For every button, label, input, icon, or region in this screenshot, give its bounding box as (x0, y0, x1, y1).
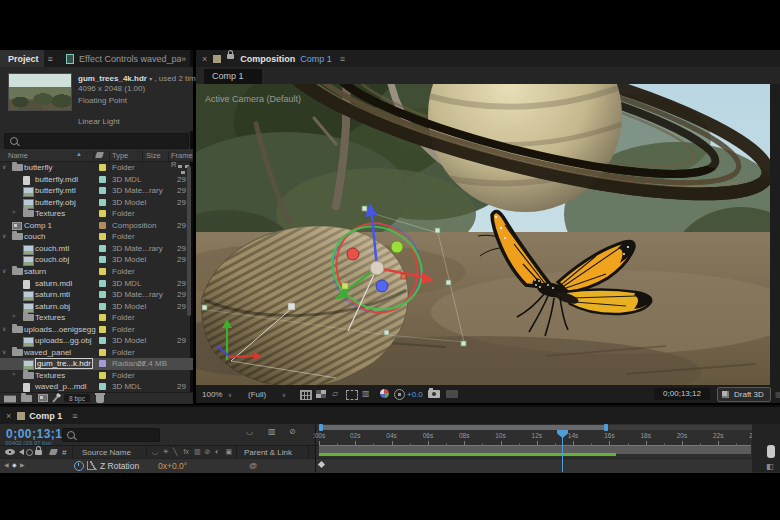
effect-controls-lock-icon[interactable] (66, 54, 74, 64)
gizmo-center-handle[interactable] (370, 261, 384, 275)
guides-icon[interactable]: ▥ (362, 389, 370, 398)
column-size[interactable]: Size (146, 151, 161, 160)
label-swatch[interactable] (99, 176, 106, 183)
project-item-row[interactable]: saturn.obj3D Model29 (0, 301, 193, 313)
vertical-scrollbar-thumb[interactable] (767, 445, 775, 458)
close-icon[interactable]: × (202, 54, 207, 64)
project-search-input[interactable] (4, 133, 189, 149)
label-swatch[interactable] (99, 360, 106, 367)
label-swatch[interactable] (99, 291, 106, 298)
comp-marker-button[interactable]: ◧ (766, 462, 774, 471)
new-composition-icon[interactable] (38, 394, 48, 402)
exposure-value[interactable]: +0.0 (407, 390, 423, 399)
gizmo-handle-red[interactable] (347, 248, 359, 260)
label-swatch[interactable] (99, 210, 106, 217)
label-swatch[interactable] (99, 222, 106, 229)
new-folder-icon[interactable] (21, 395, 32, 402)
time-ruler[interactable]: :00s02s04s06s08s10s12s14s16s18s20s22s24s (316, 430, 753, 446)
layer-number-column[interactable]: # (62, 448, 66, 457)
label-swatch[interactable] (99, 164, 106, 171)
label-swatch[interactable] (99, 337, 106, 344)
label-swatch[interactable] (99, 256, 106, 263)
label-swatch[interactable] (99, 314, 106, 321)
project-settings-icon[interactable] (52, 394, 59, 402)
motion-blur-icon[interactable]: ⊘ (205, 448, 211, 456)
project-item-row[interactable]: ∨uploads...oenigseggFolder (0, 324, 193, 336)
item-name-caret-icon[interactable]: ▾ (149, 76, 152, 82)
hide-shy-layers-icon[interactable]: ◡ (246, 427, 253, 436)
project-item-row[interactable]: >TexturesFolder (0, 370, 193, 382)
channel-icon[interactable] (380, 389, 389, 398)
label-swatch[interactable] (99, 349, 106, 356)
tab-overflow-icon[interactable]: » (181, 54, 186, 64)
project-item-row[interactable]: >TexturesFolder (0, 208, 193, 220)
column-parent-link[interactable]: Parent & Link (244, 448, 292, 457)
quality-icon[interactable]: ╲ (173, 448, 177, 456)
preview-timecode[interactable]: 0;00;13;12 (654, 388, 710, 400)
bit-depth-button[interactable]: 8 bpc (64, 394, 90, 402)
pickwhip-icon[interactable]: @ (249, 461, 257, 470)
prev-keyframe-icon[interactable]: ◀ (4, 461, 9, 468)
project-item-row[interactable]: saturn.mdl3D MDL29 (0, 278, 193, 290)
project-scrollbar[interactable] (187, 166, 191, 316)
project-item-row[interactable]: ∨butterflyFolder (0, 162, 193, 174)
sort-asc-icon[interactable]: ▲ (76, 151, 82, 157)
label-column-icon[interactable] (95, 152, 104, 158)
project-item-row[interactable]: couch.obj3D Model29 (0, 254, 193, 266)
timeline-search-input[interactable] (62, 428, 160, 442)
column-source-name[interactable]: Source Name (82, 448, 131, 457)
label-swatch[interactable] (99, 268, 106, 275)
project-item-row[interactable]: saturn.mtl3D Mate...rary29 (0, 289, 193, 301)
project-item-row[interactable]: >TexturesFolder (0, 312, 193, 324)
label-swatch[interactable] (99, 303, 106, 310)
shy-icon[interactable]: ◡ (152, 448, 158, 456)
property-name[interactable]: Z Rotation (100, 461, 139, 471)
add-keyframe-icon[interactable]: ◆ (12, 461, 17, 468)
project-item-row[interactable]: Comp 1Composition29 (0, 220, 193, 232)
viewport-canvas[interactable] (196, 84, 770, 385)
current-timecode[interactable]: 0;00;13;12 (6, 427, 70, 441)
frame-blending-icon[interactable]: ▥ (268, 427, 276, 436)
project-item-row[interactable]: butterfly.mdl3D MDL29 (0, 174, 193, 186)
grid-guides-icon[interactable] (300, 390, 312, 400)
label-swatch[interactable] (99, 187, 106, 194)
tab-comp-1[interactable]: Comp 1 (204, 69, 262, 84)
timeline-track-area[interactable]: :00s02s04s06s08s10s12s14s16s18s20s22s24s (315, 424, 753, 472)
draft-3d-button[interactable]: Draft 3D (717, 387, 771, 402)
audio-icon[interactable] (16, 449, 24, 455)
label-swatch[interactable] (99, 199, 106, 206)
twirl-closed-icon[interactable]: > (12, 209, 16, 215)
show-snapshot-icon[interactable] (446, 390, 458, 398)
tab-comp-1[interactable]: Comp 1 (29, 411, 62, 421)
project-item-row[interactable]: butterfly.mtl3D Mate...rary29 (0, 185, 193, 197)
project-item-row[interactable]: gum_tre...k.hdrRadiance27.4 MB (0, 358, 193, 370)
column-type[interactable]: Type (112, 151, 128, 160)
panel-menu-icon[interactable]: ≡ (48, 54, 53, 64)
motion-blur-icon[interactable]: ⊘ (289, 427, 296, 436)
label-swatch[interactable] (99, 383, 106, 390)
project-item-row[interactable]: ∨waved_panelFolder (0, 347, 193, 359)
label-swatch[interactable] (99, 372, 106, 379)
twirl-closed-icon[interactable]: > (12, 313, 16, 319)
threed-layer-icon[interactable]: ▣ (226, 448, 233, 456)
lock-icon[interactable] (35, 450, 42, 455)
gizmo-handle-blue[interactable] (376, 280, 388, 292)
ground-plane-icon[interactable]: ▦ (775, 390, 780, 399)
label-swatch[interactable] (99, 326, 106, 333)
twirl-open-icon[interactable]: ∨ (2, 163, 6, 170)
gizmo-handle-green[interactable] (391, 241, 403, 253)
label-column-icon[interactable] (49, 449, 58, 455)
transparency-grid-icon[interactable] (316, 390, 326, 398)
project-item-row[interactable]: ∨saturnFolder (0, 266, 193, 278)
composition-viewport[interactable]: Active Camera (Default) (196, 84, 770, 385)
eye-icon[interactable] (5, 449, 15, 455)
resolution-dropdown[interactable]: (Full) (248, 390, 266, 399)
label-swatch[interactable] (99, 233, 106, 240)
lock-icon[interactable] (227, 54, 234, 59)
column-name[interactable]: Name (8, 151, 28, 160)
property-row-z-rotation[interactable]: ◀ ◆ ▶ Z Rotation 0x+0.0° @ (0, 458, 315, 473)
next-keyframe-icon[interactable]: ▶ (20, 461, 25, 468)
twirl-closed-icon[interactable]: > (12, 371, 16, 377)
property-track-lane[interactable] (316, 458, 753, 473)
interpret-footage-icon[interactable] (4, 395, 16, 403)
